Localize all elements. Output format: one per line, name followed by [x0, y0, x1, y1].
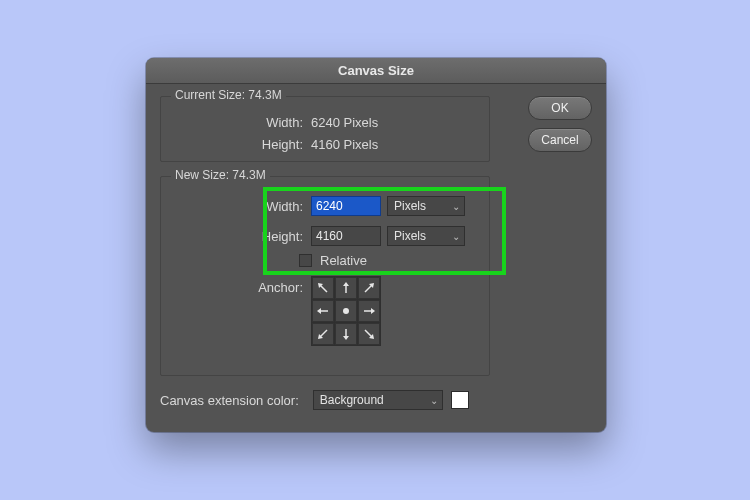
relative-label: Relative	[320, 253, 367, 268]
anchor-label: Anchor:	[171, 276, 311, 295]
canvas-size-dialog: Canvas Size OK Cancel Current Size: 74.3…	[146, 58, 606, 432]
current-height-value: 4160 Pixels	[311, 137, 378, 152]
cancel-button[interactable]: Cancel	[528, 128, 592, 152]
relative-checkbox[interactable]	[299, 254, 312, 267]
svg-marker-13	[343, 336, 349, 340]
new-height-input[interactable]	[311, 226, 381, 246]
current-height-label: Height:	[171, 137, 311, 152]
new-width-unit-value: Pixels	[394, 199, 426, 213]
current-size-legend: Current Size: 74.3M	[171, 88, 286, 102]
svg-line-14	[365, 330, 372, 337]
anchor-top-right[interactable]	[358, 277, 380, 299]
anchor-right[interactable]	[358, 300, 380, 322]
new-height-unit-value: Pixels	[394, 229, 426, 243]
anchor-top[interactable]	[335, 277, 357, 299]
current-size-group: Current Size: 74.3M Width: 6240 Pixels H…	[160, 96, 490, 162]
new-width-unit-select[interactable]: Pixels ⌄	[387, 196, 465, 216]
svg-line-10	[320, 330, 327, 337]
new-size-legend: New Size: 74.3M	[171, 168, 270, 182]
extension-color-swatch[interactable]	[451, 391, 469, 409]
anchor-center-dot-icon	[343, 308, 349, 314]
anchor-left[interactable]	[312, 300, 334, 322]
chevron-down-icon: ⌄	[452, 201, 460, 212]
dialog-title: Canvas Size	[146, 58, 606, 84]
anchor-top-left[interactable]	[312, 277, 334, 299]
chevron-down-icon: ⌄	[452, 231, 460, 242]
extension-color-value: Background	[320, 393, 384, 407]
new-height-unit-select[interactable]: Pixels ⌄	[387, 226, 465, 246]
current-width-label: Width:	[171, 115, 311, 130]
anchor-bottom-right[interactable]	[358, 323, 380, 345]
new-size-group: New Size: 74.3M Width: Pixels ⌄ Height: …	[160, 176, 490, 376]
dialog-buttons: OK Cancel	[528, 96, 592, 160]
anchor-bottom[interactable]	[335, 323, 357, 345]
current-width-value: 6240 Pixels	[311, 115, 378, 130]
svg-marker-7	[317, 308, 321, 314]
new-height-label: Height:	[171, 229, 311, 244]
anchor-grid	[311, 276, 381, 346]
extension-color-row: Canvas extension color: Background ⌄	[160, 390, 592, 410]
extension-color-select[interactable]: Background ⌄	[313, 390, 443, 410]
ok-button[interactable]: OK	[528, 96, 592, 120]
chevron-down-icon: ⌄	[430, 395, 438, 406]
new-width-input[interactable]	[311, 196, 381, 216]
svg-marker-9	[371, 308, 375, 314]
svg-line-4	[365, 285, 372, 292]
new-width-label: Width:	[171, 199, 311, 214]
svg-marker-3	[343, 282, 349, 286]
anchor-center[interactable]	[335, 300, 357, 322]
svg-line-0	[320, 285, 327, 292]
anchor-bottom-left[interactable]	[312, 323, 334, 345]
extension-color-label: Canvas extension color:	[160, 393, 299, 408]
